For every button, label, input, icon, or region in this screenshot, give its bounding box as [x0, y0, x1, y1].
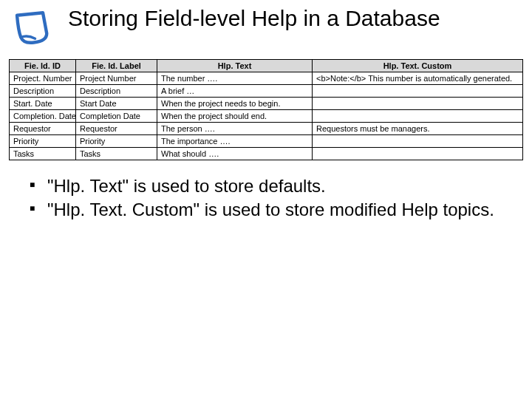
- page-icon: [9, 4, 68, 53]
- table-row: Completion. Date Completion Date When th…: [10, 110, 523, 123]
- help-table-container: Fie. ld. ID Fie. ld. Label Hlp. Text Hlp…: [0, 59, 532, 160]
- col-header-hlptextcustom: Hlp. Text. Custom: [313, 60, 523, 72]
- table-row: Requestor Requestor The person …. Reques…: [10, 123, 523, 135]
- table-row: Description Description A brief …: [10, 85, 523, 98]
- cell-fieldid: Requestor: [10, 123, 76, 135]
- bullet-list: "Hlp. Text" is used to store defaults. "…: [0, 160, 532, 221]
- cell-hlptext: The number ….: [157, 72, 313, 85]
- slide-title: Storing Field-level Help in a Database: [68, 4, 440, 32]
- col-header-fieldlabel: Fie. ld. Label: [76, 60, 157, 72]
- help-table: Fie. ld. ID Fie. ld. Label Hlp. Text Hlp…: [9, 59, 523, 160]
- cell-hlptextcustom: Requestors must be managers.: [313, 123, 523, 135]
- col-header-hlptext: Hlp. Text: [157, 60, 313, 72]
- cell-hlptext: The importance ….: [157, 135, 313, 148]
- cell-fieldlabel: Requestor: [76, 123, 157, 135]
- table-row: Priority Priority The importance ….: [10, 135, 523, 148]
- table-header-row: Fie. ld. ID Fie. ld. Label Hlp. Text Hlp…: [10, 60, 523, 72]
- cell-hlptext: What should ….: [157, 148, 313, 160]
- cell-fieldlabel: Completion Date: [76, 110, 157, 123]
- cell-hlptextcustom: <b>Note:</b> This number is automaticall…: [313, 72, 523, 85]
- cell-fieldlabel: Tasks: [76, 148, 157, 160]
- cell-hlptext: When the project should end.: [157, 110, 313, 123]
- cell-hlptextcustom: [313, 98, 523, 110]
- cell-hlptext: A brief …: [157, 85, 313, 98]
- col-header-fieldid: Fie. ld. ID: [10, 60, 76, 72]
- table-row: Project. Number Project Number The numbe…: [10, 72, 523, 85]
- cell-fieldid: Description: [10, 85, 76, 98]
- cell-hlptextcustom: [313, 148, 523, 160]
- cell-fieldid: Completion. Date: [10, 110, 76, 123]
- cell-hlptext: The person ….: [157, 123, 313, 135]
- cell-fieldlabel: Project Number: [76, 72, 157, 85]
- cell-hlptextcustom: [313, 85, 523, 98]
- cell-hlptext: When the project needs to begin.: [157, 98, 313, 110]
- bullet-item: "Hlp. Text" is used to store defaults.: [30, 175, 519, 197]
- bullet-item: "Hlp. Text. Custom" is used to store mod…: [30, 199, 519, 221]
- table-row: Start. Date Start Date When the project …: [10, 98, 523, 110]
- cell-fieldid: Start. Date: [10, 98, 76, 110]
- slide-header: Storing Field-level Help in a Database: [0, 0, 532, 59]
- cell-fieldid: Tasks: [10, 148, 76, 160]
- cell-fieldlabel: Description: [76, 85, 157, 98]
- cell-fieldid: Project. Number: [10, 72, 76, 85]
- cell-fieldlabel: Start Date: [76, 98, 157, 110]
- table-row: Tasks Tasks What should ….: [10, 148, 523, 160]
- cell-hlptextcustom: [313, 110, 523, 123]
- cell-hlptextcustom: [313, 135, 523, 148]
- cell-fieldid: Priority: [10, 135, 76, 148]
- cell-fieldlabel: Priority: [76, 135, 157, 148]
